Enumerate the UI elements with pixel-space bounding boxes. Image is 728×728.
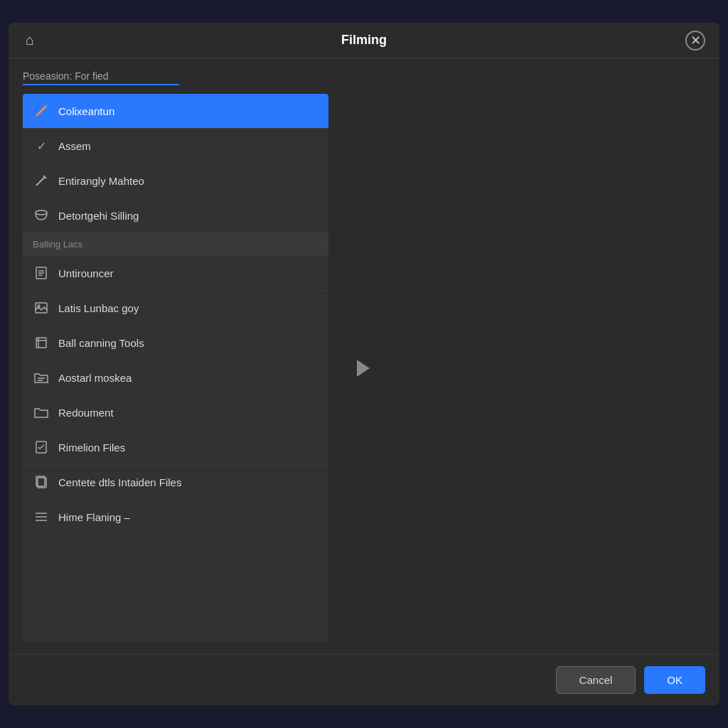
item-label: Assem <box>58 140 318 152</box>
check-icon: ✓ <box>33 137 50 154</box>
image-icon <box>33 299 50 316</box>
item-label: Entirangly Mahteo <box>58 175 318 187</box>
item-label: Ball canning Tools <box>58 337 318 349</box>
slash-icon <box>33 102 50 119</box>
item-label: Aostarl moskea <box>58 372 318 384</box>
item-label: Latis Lunbac goy <box>58 302 318 314</box>
list-panel: Colixeantun ✓ Assem Entirangly Mahteo <box>23 94 328 643</box>
list-item-colixeantun[interactable]: Colixeantun <box>23 94 328 129</box>
close-button[interactable]: ✕ <box>685 31 705 50</box>
check-doc-icon <box>33 439 50 456</box>
item-label: Hime Flaning – <box>58 511 318 523</box>
folder-doc-icon <box>33 369 50 386</box>
expand-arrow-icon <box>357 360 370 377</box>
item-label: Untirouncer <box>58 267 318 279</box>
item-label: Detortgehi Silling <box>58 210 318 222</box>
list-item-assem[interactable]: ✓ Assem <box>23 129 328 164</box>
stack-icon <box>33 473 50 491</box>
list-item-redoument[interactable]: Redoument <box>23 395 328 430</box>
cancel-button[interactable]: Cancel <box>556 666 636 694</box>
item-label: Colixeantun <box>58 105 318 117</box>
item-label: Rimelion Files <box>58 441 318 454</box>
bucket-icon <box>33 207 50 224</box>
svg-rect-10 <box>36 338 46 348</box>
item-label: Redoument <box>58 407 318 419</box>
doc-icon <box>33 264 50 282</box>
dialog-title: Filming <box>341 33 387 48</box>
list-item-aostarl[interactable]: Aostarl moskea <box>23 360 328 395</box>
list-item-entirangly[interactable]: Entirangly Mahteo <box>23 164 328 198</box>
home-button[interactable]: ⌂ <box>23 29 37 51</box>
dialog-footer: Cancel OK <box>9 654 719 705</box>
svg-line-0 <box>36 106 46 116</box>
section-header: Balling Lacs <box>23 233 328 256</box>
search-label: Poseasion: For fied <box>23 70 109 82</box>
ok-button[interactable]: OK <box>644 666 705 694</box>
item-label: Centete dtls Intaiden Files <box>58 476 318 488</box>
list-item-hime[interactable]: Hime Flaning – <box>23 500 328 535</box>
dialog-content: Poseasion: For fied Colixeantun ✓ Assem <box>9 58 719 654</box>
pencil-icon <box>33 172 50 189</box>
lines-icon <box>33 508 50 525</box>
list-item-untirouncer[interactable]: Untirouncer <box>23 256 328 291</box>
crop-icon <box>33 334 50 351</box>
list-item-rimelion[interactable]: Rimelion Files <box>23 430 328 465</box>
list-item-detortgehi[interactable]: Detortgehi Silling <box>23 198 328 233</box>
search-underline <box>23 84 179 85</box>
right-area <box>336 94 705 643</box>
list-item-centete[interactable]: Centete dtls Intaiden Files <box>23 465 328 500</box>
dialog-header: ⌂ Filming ✕ <box>9 23 719 58</box>
main-area: Colixeantun ✓ Assem Entirangly Mahteo <box>23 94 705 643</box>
list-item-ball-canning[interactable]: Ball canning Tools <box>23 326 328 360</box>
svg-point-3 <box>36 210 47 215</box>
folder-icon <box>33 404 50 421</box>
search-section: Poseasion: For fied <box>23 70 705 85</box>
svg-line-1 <box>36 177 45 186</box>
list-item-latis[interactable]: Latis Lunbac goy <box>23 291 328 326</box>
section-header-label: Balling Lacs <box>33 239 82 250</box>
dialog: ⌂ Filming ✕ Poseasion: For fied Colixean… <box>9 23 719 705</box>
